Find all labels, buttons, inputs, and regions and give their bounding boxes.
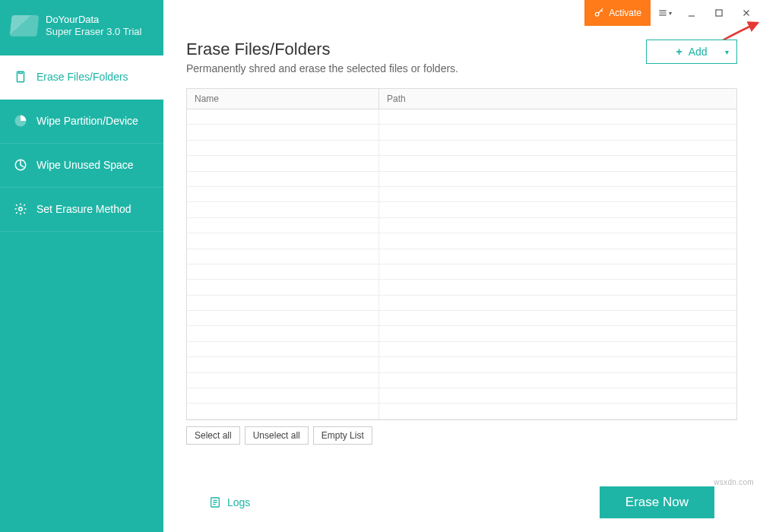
- sidebar-item-wipe-partition[interactable]: Wipe Partition/Device: [0, 100, 163, 144]
- table-row[interactable]: [187, 264, 736, 280]
- logs-label: Logs: [227, 496, 250, 508]
- table-body[interactable]: [187, 109, 736, 420]
- table-row[interactable]: [187, 326, 736, 341]
- brand-logo-icon: [10, 15, 40, 36]
- main-area: Activate ▾ Erase Files/Folders Permanent…: [163, 0, 760, 532]
- plus-icon: +: [676, 46, 682, 58]
- minimize-button[interactable]: [678, 0, 705, 26]
- sidebar-item-erase-files[interactable]: Erase Files/Folders: [0, 55, 163, 100]
- disk-icon: [14, 158, 27, 172]
- sidebar-item-label: Wipe Partition/Device: [36, 115, 138, 127]
- sidebar-item-label: Wipe Unused Space: [36, 159, 134, 171]
- heading-text: Erase Files/Folders Permanently shred an…: [186, 40, 458, 74]
- gear-icon: [14, 202, 27, 216]
- svg-rect-4: [716, 10, 722, 16]
- close-button[interactable]: [733, 0, 760, 26]
- table-row[interactable]: [187, 156, 736, 171]
- maximize-icon: [714, 8, 724, 18]
- table-row[interactable]: [187, 249, 736, 264]
- brand-subtitle: Super Eraser 3.0 Trial: [46, 26, 141, 38]
- table-row[interactable]: [187, 172, 736, 187]
- file-table: Name Path: [186, 88, 737, 420]
- minimize-icon: [686, 8, 697, 18]
- table-row[interactable]: [187, 280, 736, 295]
- table-row[interactable]: [187, 311, 736, 326]
- table-row[interactable]: [187, 141, 736, 156]
- logs-icon: [209, 496, 221, 508]
- sidebar-item-label: Erase Files/Folders: [36, 71, 128, 83]
- sidebar-item-label: Set Erasure Method: [36, 203, 131, 215]
- brand-block: DoYourData Super Eraser 3.0 Trial: [0, 0, 163, 55]
- table-header: Name Path: [187, 89, 736, 109]
- table-row[interactable]: [187, 109, 736, 125]
- column-path[interactable]: Path: [379, 89, 736, 109]
- table-row[interactable]: [187, 202, 736, 217]
- table-row[interactable]: [187, 388, 736, 404]
- erase-now-button[interactable]: Erase Now: [600, 486, 714, 518]
- svg-point-2: [19, 207, 23, 211]
- key-icon: [594, 8, 604, 18]
- menu-icon: [657, 8, 668, 18]
- pie-icon: [14, 114, 27, 128]
- brand-text: DoYourData Super Eraser 3.0 Trial: [46, 14, 141, 39]
- table-row[interactable]: [187, 187, 736, 202]
- table-row[interactable]: [187, 373, 736, 388]
- watermark: wsxdn.com: [714, 478, 754, 486]
- activate-label: Activate: [609, 8, 641, 18]
- select-all-button[interactable]: Select all: [186, 426, 240, 445]
- empty-list-button[interactable]: Empty List: [313, 426, 372, 445]
- chevron-down-icon: ▾: [725, 48, 729, 56]
- logs-button[interactable]: Logs: [209, 496, 250, 508]
- table-row[interactable]: [187, 404, 736, 419]
- table-row[interactable]: [187, 342, 736, 357]
- brand-title: DoYourData: [46, 14, 141, 26]
- files-icon: [14, 70, 27, 84]
- table-row[interactable]: [187, 218, 736, 233]
- content: Erase Files/Folders Permanently shred an…: [163, 26, 760, 532]
- hamburger-menu-button[interactable]: ▾: [651, 0, 678, 26]
- close-icon: [741, 8, 752, 18]
- page-title: Erase Files/Folders: [186, 40, 458, 59]
- add-label: Add: [689, 46, 708, 58]
- column-name[interactable]: Name: [187, 89, 379, 109]
- maximize-button[interactable]: [705, 0, 733, 26]
- add-button[interactable]: + Add ▾: [646, 40, 737, 64]
- svg-point-3: [596, 12, 600, 16]
- table-row[interactable]: [187, 296, 736, 311]
- list-actions: Select all Unselect all Empty List: [186, 426, 737, 445]
- page-subtitle: Permanently shred and erase the selected…: [186, 62, 458, 74]
- table-row[interactable]: [187, 357, 736, 372]
- table-row[interactable]: [187, 233, 736, 249]
- sidebar: DoYourData Super Eraser 3.0 Trial Erase …: [0, 0, 163, 532]
- sidebar-item-erasure-method[interactable]: Set Erasure Method: [0, 188, 163, 232]
- heading-row: Erase Files/Folders Permanently shred an…: [186, 40, 737, 74]
- activate-button[interactable]: Activate: [584, 0, 651, 26]
- table-row[interactable]: [187, 125, 736, 140]
- titlebar: Activate ▾: [163, 0, 760, 26]
- unselect-all-button[interactable]: Unselect all: [245, 426, 309, 445]
- footer: Logs Erase Now: [186, 483, 737, 532]
- sidebar-item-wipe-unused[interactable]: Wipe Unused Space: [0, 144, 163, 188]
